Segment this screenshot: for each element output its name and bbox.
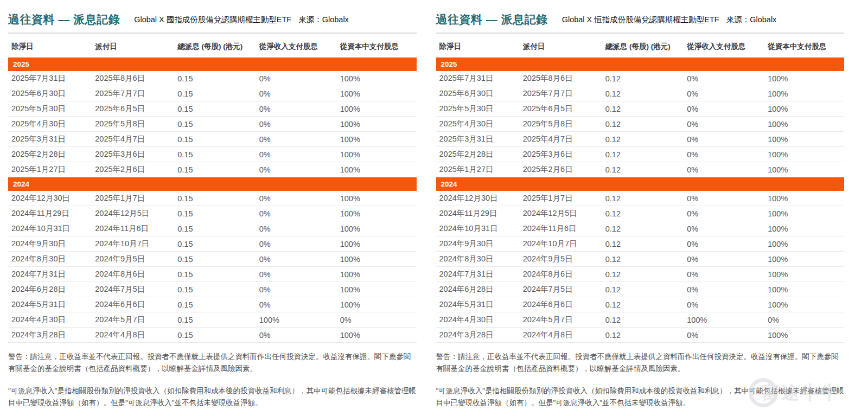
table-row: 2024年12月30日2025年1月7日0.150%100% [8,191,417,206]
cell-pay-date: 2024年10月7日 [520,239,602,249]
table-row: 2025年2月28日2025年3月6日0.150%100% [8,147,417,162]
cell-dividend-per-share: 0.15 [174,135,256,144]
etf-dividend-panel: 過往資料 — 派息記錄 Global X 恒指成份股備兌認購期權主動型ETF來源… [436,7,845,416]
cell-paid-from-income: 100% [256,316,337,324]
cell-paid-from-capital: 100% [764,150,844,159]
column-header-paid-from-capital: 從資本中支付股息 [764,42,844,52]
table-row: 2024年4月30日2024年5月7日0.15100%0% [8,312,417,328]
cell-pay-date: 2024年12月5日 [92,208,174,219]
table-row: 2025年6月30日2025年7月7日0.150%100% [8,86,417,101]
cell-paid-from-income: 0% [684,225,764,233]
column-header-dividend-per-share: 總派息 (每股) (港元) [602,42,684,52]
cell-paid-from-capital: 100% [337,120,417,129]
cell-ex-date: 2024年3月28日 [436,330,520,340]
cell-ex-date: 2025年6月30日 [436,88,520,99]
cell-paid-from-income: 0% [256,165,337,174]
cell-dividend-per-share: 0.15 [174,270,256,279]
etf-dividend-panel: 過往資料 — 派息記錄 Global X 國指成份股備兌認購期權主動型ETF來源… [8,7,417,416]
cell-paid-from-income: 0% [684,285,764,294]
column-header-pay-date: 派付日 [92,42,174,52]
cell-dividend-per-share: 0.12 [602,225,684,233]
cell-pay-date: 2024年9月5日 [92,254,174,264]
cell-dividend-per-share: 0.15 [174,120,256,129]
cell-pay-date: 2024年4月8日 [92,330,174,340]
footnote: "可派息淨收入"是指相關股份類別的淨投資收入（如扣除費用和成本後的投資收益和利息… [436,385,845,409]
cell-dividend-per-share: 0.15 [174,74,256,83]
footnote: 警告：請注意，正收益率並不代表正回報。投資者不應僅就上表提供之資料而作出任何投資… [436,351,845,375]
cell-pay-date: 2025年3月6日 [92,149,174,159]
cell-pay-date: 2024年7月5日 [520,284,602,295]
column-header-paid-from-income: 從淨收入支付股息 [256,42,337,52]
panels-container: 過往資料 — 派息記錄 Global X 國指成份股備兌認購期權主動型ETF來源… [0,0,868,416]
cell-paid-from-capital: 100% [764,255,844,264]
cell-ex-date: 2024年8月30日 [8,254,92,264]
cell-ex-date: 2024年6月28日 [8,284,92,295]
cell-paid-from-income: 0% [256,89,337,98]
cell-paid-from-income: 0% [256,135,337,144]
table-header-row: 除淨日派付日總派息 (每股) (港元)從淨收入支付股息從資本中支付股息 [8,34,417,57]
table-body: 20252025年7月31日2025年8月6日0.150%100%2025年6月… [8,57,417,343]
cell-pay-date: 2024年6月6日 [520,299,602,310]
cell-dividend-per-share: 0.12 [602,255,684,264]
cell-pay-date: 2025年2月6日 [92,164,174,175]
table-row: 2025年1月27日2025年2月6日0.120%100% [436,162,845,177]
cell-dividend-per-share: 0.12 [602,285,684,294]
cell-paid-from-capital: 100% [337,255,417,264]
cell-paid-from-income: 0% [256,300,337,309]
cell-ex-date: 2024年11月29日 [436,208,520,219]
cell-paid-from-capital: 100% [337,165,417,174]
table-row: 2025年2月28日2025年3月6日0.120%100% [436,147,845,162]
cell-paid-from-income: 0% [684,135,764,144]
table-row: 2024年6月28日2024年7月5日0.150%100% [8,282,417,297]
cell-pay-date: 2025年2月6日 [520,164,602,175]
cell-pay-date: 2025年3月6日 [520,149,602,159]
column-header-paid-from-income: 從淨收入支付股息 [684,42,764,52]
cell-pay-date: 2025年4月7日 [92,134,174,144]
cell-dividend-per-share: 0.12 [602,105,684,113]
cell-ex-date: 2025年4月30日 [436,119,520,129]
cell-ex-date: 2025年5月30日 [436,104,520,114]
cell-paid-from-capital: 100% [337,331,417,340]
cell-dividend-per-share: 0.15 [174,255,256,264]
table-row: 2025年5月30日2025年6月5日0.150%100% [8,101,417,117]
table-row: 2025年4月30日2025年5月8日0.150%100% [8,117,417,132]
cell-pay-date: 2024年7月5日 [92,284,174,295]
table-row: 2024年7月31日2024年8月6日0.150%100% [8,267,417,282]
cell-ex-date: 2024年4月30日 [436,315,520,325]
cell-paid-from-income: 0% [684,120,764,129]
cell-dividend-per-share: 0.15 [174,225,256,233]
cell-ex-date: 2024年10月31日 [8,223,92,234]
cell-ex-date: 2025年7月31日 [436,73,520,84]
cell-paid-from-capital: 100% [337,225,417,233]
cell-pay-date: 2025年1月7日 [92,193,174,203]
cell-ex-date: 2025年3月31日 [8,134,92,144]
table-body: 20252025年7月31日2025年8月6日0.120%100%2025年6月… [436,57,845,343]
cell-dividend-per-share: 0.15 [174,165,256,174]
cell-pay-date: 2024年9月5日 [520,254,602,264]
cell-ex-date: 2024年7月31日 [8,269,92,279]
table-row: 2025年7月31日2025年8月6日0.120%100% [436,71,845,86]
cell-pay-date: 2024年12月5日 [520,208,602,219]
cell-ex-date: 2025年7月31日 [8,73,92,84]
cell-paid-from-capital: 100% [764,194,844,203]
footnote: "可派息淨收入"是指相關股份類別的淨投資收入（如扣除費用和成本後的投資收益和利息… [8,385,417,409]
cell-dividend-per-share: 0.15 [174,240,256,248]
cell-paid-from-capital: 100% [337,89,417,98]
cell-pay-date: 2025年5月8日 [92,119,174,129]
cell-pay-date: 2025年4月7日 [520,134,602,144]
table-row: 2025年3月31日2025年4月7日0.150%100% [8,132,417,147]
cell-ex-date: 2024年7月31日 [436,269,520,279]
table-row: 2024年5月31日2024年6月6日0.120%100% [436,297,845,312]
footnote: 警告：請注意，正收益率並不代表正回報。投資者不應僅就上表提供之資料而作出任何投資… [8,351,417,375]
cell-dividend-per-share: 0.15 [174,194,256,203]
table-row: 2025年4月30日2025年5月8日0.120%100% [436,117,845,132]
cell-paid-from-capital: 100% [764,74,844,83]
cell-paid-from-income: 0% [256,150,337,159]
cell-ex-date: 2025年2月28日 [8,149,92,159]
cell-paid-from-income: 0% [684,194,764,203]
data-source: 來源：Globalx [298,15,349,24]
dividend-history-page: 過往資料 — 派息記錄 Global X 國指成份股備兌認購期權主動型ETF來源… [0,0,868,416]
cell-pay-date: 2025年7月7日 [520,88,602,99]
cell-dividend-per-share: 0.15 [174,89,256,98]
cell-dividend-per-share: 0.12 [602,270,684,279]
